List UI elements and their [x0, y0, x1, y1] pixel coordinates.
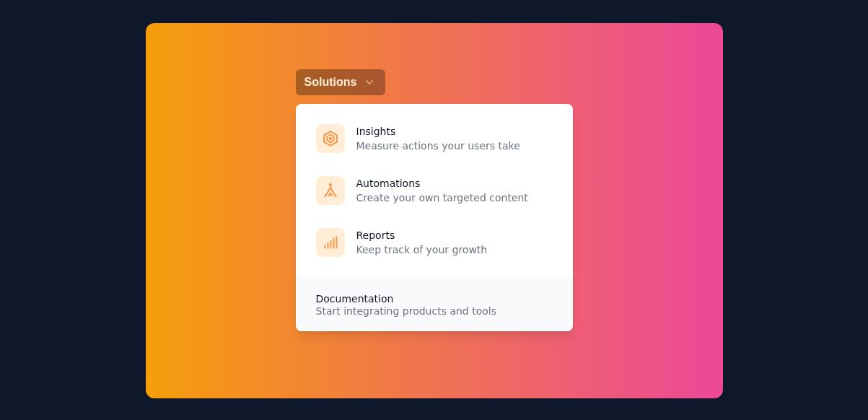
- menu-item-automations[interactable]: Automations Create your own targeted con…: [307, 167, 561, 214]
- menu-items-list: Insights Measure actions your users take: [296, 104, 573, 277]
- menu-item-title: Automations: [356, 176, 528, 191]
- documentation-section: Documentation Start integrating products…: [296, 277, 573, 331]
- menu-item-content: Reports Keep track of your growth: [356, 228, 488, 257]
- svg-marker-4: [328, 183, 332, 188]
- dropdown-container: Solutions: [296, 69, 573, 398]
- documentation-title: Documentation: [316, 293, 394, 305]
- svg-marker-2: [324, 186, 337, 197]
- menu-item-description: Create your own targeted content: [356, 191, 528, 205]
- reports-icon: [316, 228, 345, 257]
- svg-rect-7: [330, 240, 331, 249]
- svg-rect-6: [327, 242, 328, 249]
- menu-item-reports[interactable]: Reports Keep track of your growth: [307, 219, 561, 266]
- documentation-description: Start integrating products and tools: [316, 305, 553, 317]
- solutions-button-label: Solutions: [304, 76, 357, 89]
- chevron-down-icon: [362, 75, 377, 89]
- menu-item-content: Insights Measure actions your users take: [356, 124, 520, 153]
- documentation-link[interactable]: Documentation Start integrating products…: [316, 292, 553, 317]
- menu-item-title: Insights: [356, 124, 520, 139]
- svg-rect-5: [324, 245, 325, 249]
- solutions-button[interactable]: Solutions: [296, 69, 386, 95]
- automations-icon: [316, 176, 345, 205]
- insights-icon: [316, 124, 345, 153]
- svg-rect-8: [333, 238, 334, 249]
- menu-item-insights[interactable]: Insights Measure actions your users take: [307, 115, 561, 162]
- menu-item-description: Measure actions your users take: [356, 139, 520, 153]
- dropdown-menu-panel: Insights Measure actions your users take: [296, 104, 573, 331]
- menu-item-title: Reports: [356, 228, 488, 242]
- svg-rect-9: [336, 237, 337, 249]
- gradient-card: Solutions: [146, 23, 723, 398]
- menu-item-content: Automations Create your own targeted con…: [356, 176, 528, 205]
- menu-item-description: Keep track of your growth: [356, 242, 488, 257]
